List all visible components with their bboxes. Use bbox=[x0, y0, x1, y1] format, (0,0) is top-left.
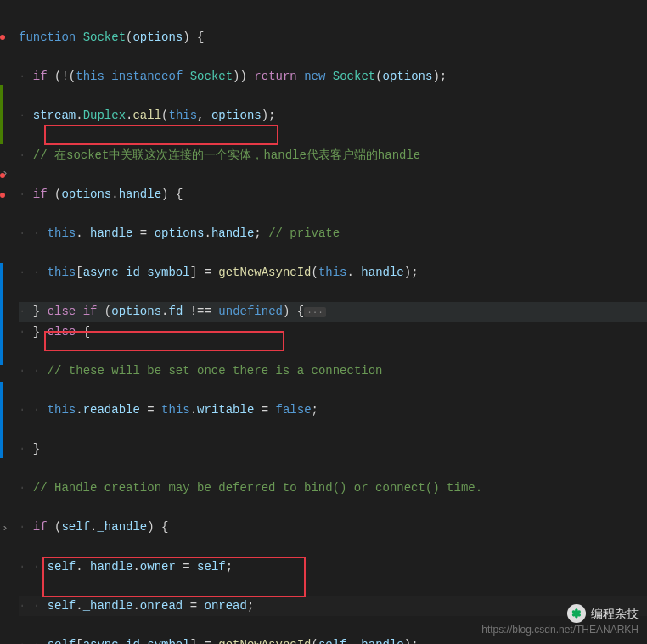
diff-modified-bar bbox=[0, 263, 3, 365]
source-url: https://blog.csdn.net/THEANARKH bbox=[481, 622, 639, 639]
breakpoint-icon[interactable] bbox=[0, 173, 5, 178]
diff-modified-bar bbox=[0, 382, 3, 458]
watermark-text: 编程杂技 bbox=[591, 604, 639, 624]
wechat-icon: ✽ bbox=[567, 604, 586, 623]
breakpoint-icon[interactable] bbox=[0, 35, 5, 40]
gutter: › › bbox=[0, 0, 15, 644]
breakpoint-icon[interactable] bbox=[0, 193, 5, 198]
diff-added-bar bbox=[0, 85, 3, 144]
code-content[interactable]: function Socket(options) { · if (!(this … bbox=[3, 8, 647, 644]
code-editor[interactable]: › › function Socket(options) { · if (!(t… bbox=[0, 0, 647, 644]
fold-chevron-icon[interactable]: › bbox=[2, 519, 8, 537]
watermark: ✽ 编程杂技 bbox=[567, 604, 639, 624]
folded-region[interactable]: ··· bbox=[304, 307, 326, 317]
